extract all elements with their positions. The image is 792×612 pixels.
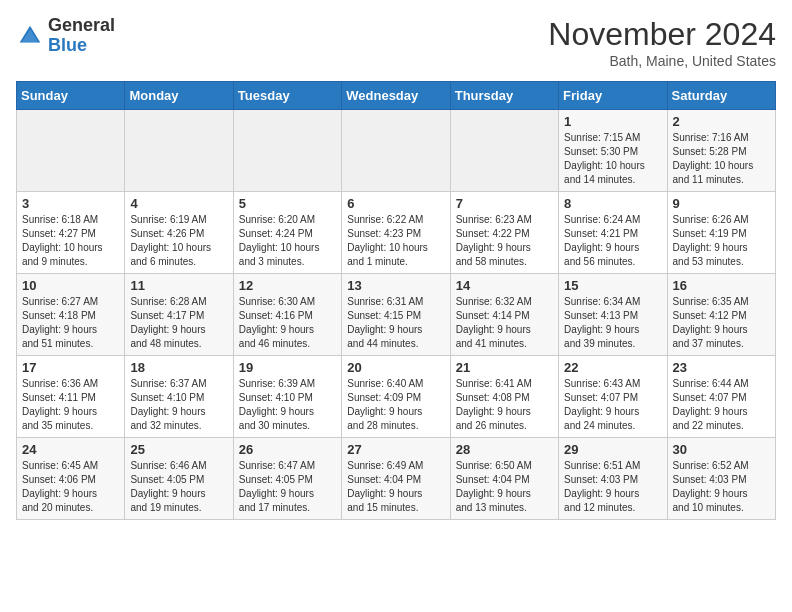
day-info: Sunrise: 7:15 AM Sunset: 5:30 PM Dayligh… — [564, 131, 661, 187]
calendar-cell: 24Sunrise: 6:45 AM Sunset: 4:06 PM Dayli… — [17, 438, 125, 520]
day-number: 4 — [130, 196, 227, 211]
weekday-header: Thursday — [450, 82, 558, 110]
calendar-cell: 17Sunrise: 6:36 AM Sunset: 4:11 PM Dayli… — [17, 356, 125, 438]
calendar-header-row: SundayMondayTuesdayWednesdayThursdayFrid… — [17, 82, 776, 110]
day-number: 17 — [22, 360, 119, 375]
day-info: Sunrise: 6:37 AM Sunset: 4:10 PM Dayligh… — [130, 377, 227, 433]
day-number: 13 — [347, 278, 444, 293]
calendar-cell: 1Sunrise: 7:15 AM Sunset: 5:30 PM Daylig… — [559, 110, 667, 192]
calendar-cell: 19Sunrise: 6:39 AM Sunset: 4:10 PM Dayli… — [233, 356, 341, 438]
calendar-cell: 28Sunrise: 6:50 AM Sunset: 4:04 PM Dayli… — [450, 438, 558, 520]
calendar-cell: 9Sunrise: 6:26 AM Sunset: 4:19 PM Daylig… — [667, 192, 775, 274]
calendar-cell: 8Sunrise: 6:24 AM Sunset: 4:21 PM Daylig… — [559, 192, 667, 274]
calendar-cell: 14Sunrise: 6:32 AM Sunset: 4:14 PM Dayli… — [450, 274, 558, 356]
calendar-cell: 20Sunrise: 6:40 AM Sunset: 4:09 PM Dayli… — [342, 356, 450, 438]
calendar-cell: 4Sunrise: 6:19 AM Sunset: 4:26 PM Daylig… — [125, 192, 233, 274]
day-number: 11 — [130, 278, 227, 293]
calendar-week-row: 24Sunrise: 6:45 AM Sunset: 4:06 PM Dayli… — [17, 438, 776, 520]
day-info: Sunrise: 6:45 AM Sunset: 4:06 PM Dayligh… — [22, 459, 119, 515]
day-info: Sunrise: 6:49 AM Sunset: 4:04 PM Dayligh… — [347, 459, 444, 515]
calendar-cell: 5Sunrise: 6:20 AM Sunset: 4:24 PM Daylig… — [233, 192, 341, 274]
calendar-cell: 26Sunrise: 6:47 AM Sunset: 4:05 PM Dayli… — [233, 438, 341, 520]
location-text: Bath, Maine, United States — [548, 53, 776, 69]
logo-icon — [16, 22, 44, 50]
day-info: Sunrise: 6:40 AM Sunset: 4:09 PM Dayligh… — [347, 377, 444, 433]
day-info: Sunrise: 6:27 AM Sunset: 4:18 PM Dayligh… — [22, 295, 119, 351]
day-info: Sunrise: 6:18 AM Sunset: 4:27 PM Dayligh… — [22, 213, 119, 269]
day-number: 8 — [564, 196, 661, 211]
weekday-header: Tuesday — [233, 82, 341, 110]
day-info: Sunrise: 6:47 AM Sunset: 4:05 PM Dayligh… — [239, 459, 336, 515]
logo-blue-text: Blue — [48, 36, 115, 56]
day-number: 3 — [22, 196, 119, 211]
calendar-cell: 23Sunrise: 6:44 AM Sunset: 4:07 PM Dayli… — [667, 356, 775, 438]
day-info: Sunrise: 6:28 AM Sunset: 4:17 PM Dayligh… — [130, 295, 227, 351]
calendar-cell — [233, 110, 341, 192]
day-number: 12 — [239, 278, 336, 293]
day-info: Sunrise: 6:39 AM Sunset: 4:10 PM Dayligh… — [239, 377, 336, 433]
day-number: 26 — [239, 442, 336, 457]
calendar-cell: 30Sunrise: 6:52 AM Sunset: 4:03 PM Dayli… — [667, 438, 775, 520]
day-number: 9 — [673, 196, 770, 211]
day-info: Sunrise: 6:22 AM Sunset: 4:23 PM Dayligh… — [347, 213, 444, 269]
day-number: 6 — [347, 196, 444, 211]
calendar-cell: 16Sunrise: 6:35 AM Sunset: 4:12 PM Dayli… — [667, 274, 775, 356]
title-block: November 2024 Bath, Maine, United States — [548, 16, 776, 69]
day-number: 14 — [456, 278, 553, 293]
day-number: 27 — [347, 442, 444, 457]
calendar-cell: 12Sunrise: 6:30 AM Sunset: 4:16 PM Dayli… — [233, 274, 341, 356]
day-info: Sunrise: 6:35 AM Sunset: 4:12 PM Dayligh… — [673, 295, 770, 351]
day-number: 22 — [564, 360, 661, 375]
day-number: 24 — [22, 442, 119, 457]
day-info: Sunrise: 6:44 AM Sunset: 4:07 PM Dayligh… — [673, 377, 770, 433]
day-number: 15 — [564, 278, 661, 293]
day-info: Sunrise: 6:23 AM Sunset: 4:22 PM Dayligh… — [456, 213, 553, 269]
weekday-header: Saturday — [667, 82, 775, 110]
calendar-table: SundayMondayTuesdayWednesdayThursdayFrid… — [16, 81, 776, 520]
day-number: 1 — [564, 114, 661, 129]
calendar-week-row: 1Sunrise: 7:15 AM Sunset: 5:30 PM Daylig… — [17, 110, 776, 192]
day-info: Sunrise: 6:30 AM Sunset: 4:16 PM Dayligh… — [239, 295, 336, 351]
day-info: Sunrise: 6:26 AM Sunset: 4:19 PM Dayligh… — [673, 213, 770, 269]
calendar-cell: 15Sunrise: 6:34 AM Sunset: 4:13 PM Dayli… — [559, 274, 667, 356]
calendar-cell: 25Sunrise: 6:46 AM Sunset: 4:05 PM Dayli… — [125, 438, 233, 520]
day-info: Sunrise: 6:24 AM Sunset: 4:21 PM Dayligh… — [564, 213, 661, 269]
calendar-cell — [17, 110, 125, 192]
calendar-cell: 18Sunrise: 6:37 AM Sunset: 4:10 PM Dayli… — [125, 356, 233, 438]
day-number: 18 — [130, 360, 227, 375]
day-info: Sunrise: 6:31 AM Sunset: 4:15 PM Dayligh… — [347, 295, 444, 351]
day-info: Sunrise: 6:50 AM Sunset: 4:04 PM Dayligh… — [456, 459, 553, 515]
weekday-header: Wednesday — [342, 82, 450, 110]
day-number: 20 — [347, 360, 444, 375]
day-number: 23 — [673, 360, 770, 375]
day-number: 16 — [673, 278, 770, 293]
day-info: Sunrise: 6:41 AM Sunset: 4:08 PM Dayligh… — [456, 377, 553, 433]
page-header: General Blue November 2024 Bath, Maine, … — [16, 16, 776, 69]
day-number: 30 — [673, 442, 770, 457]
calendar-cell: 22Sunrise: 6:43 AM Sunset: 4:07 PM Dayli… — [559, 356, 667, 438]
calendar-cell: 2Sunrise: 7:16 AM Sunset: 5:28 PM Daylig… — [667, 110, 775, 192]
day-number: 21 — [456, 360, 553, 375]
day-info: Sunrise: 6:51 AM Sunset: 4:03 PM Dayligh… — [564, 459, 661, 515]
logo-general-text: General — [48, 16, 115, 36]
calendar-cell: 13Sunrise: 6:31 AM Sunset: 4:15 PM Dayli… — [342, 274, 450, 356]
day-info: Sunrise: 6:36 AM Sunset: 4:11 PM Dayligh… — [22, 377, 119, 433]
calendar-cell — [342, 110, 450, 192]
day-info: Sunrise: 6:34 AM Sunset: 4:13 PM Dayligh… — [564, 295, 661, 351]
calendar-cell: 6Sunrise: 6:22 AM Sunset: 4:23 PM Daylig… — [342, 192, 450, 274]
day-info: Sunrise: 6:19 AM Sunset: 4:26 PM Dayligh… — [130, 213, 227, 269]
day-info: Sunrise: 7:16 AM Sunset: 5:28 PM Dayligh… — [673, 131, 770, 187]
calendar-cell: 27Sunrise: 6:49 AM Sunset: 4:04 PM Dayli… — [342, 438, 450, 520]
calendar-week-row: 17Sunrise: 6:36 AM Sunset: 4:11 PM Dayli… — [17, 356, 776, 438]
logo: General Blue — [16, 16, 115, 56]
day-info: Sunrise: 6:20 AM Sunset: 4:24 PM Dayligh… — [239, 213, 336, 269]
calendar-cell: 21Sunrise: 6:41 AM Sunset: 4:08 PM Dayli… — [450, 356, 558, 438]
weekday-header: Sunday — [17, 82, 125, 110]
month-title: November 2024 — [548, 16, 776, 53]
day-info: Sunrise: 6:43 AM Sunset: 4:07 PM Dayligh… — [564, 377, 661, 433]
calendar-cell — [450, 110, 558, 192]
day-info: Sunrise: 6:52 AM Sunset: 4:03 PM Dayligh… — [673, 459, 770, 515]
day-info: Sunrise: 6:46 AM Sunset: 4:05 PM Dayligh… — [130, 459, 227, 515]
day-info: Sunrise: 6:32 AM Sunset: 4:14 PM Dayligh… — [456, 295, 553, 351]
calendar-week-row: 10Sunrise: 6:27 AM Sunset: 4:18 PM Dayli… — [17, 274, 776, 356]
